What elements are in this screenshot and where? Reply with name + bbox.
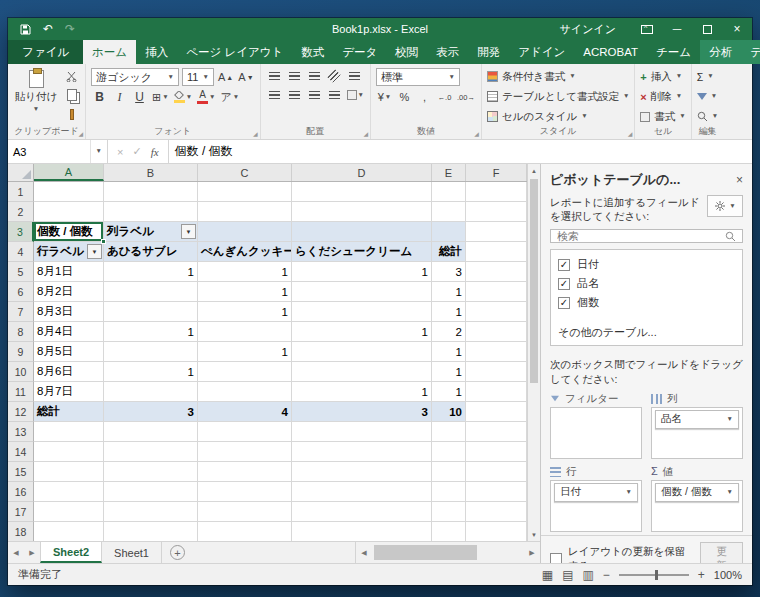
cell-C13[interactable] (198, 422, 292, 442)
cell-B9[interactable] (104, 342, 198, 362)
add-sheet-button[interactable]: + (170, 545, 185, 560)
cell-C17[interactable] (198, 502, 292, 522)
cell-C7[interactable]: 1 (198, 302, 292, 322)
cell-A13[interactable] (34, 422, 104, 442)
format-painter-button[interactable] (63, 106, 80, 122)
decrease-font-size-button[interactable]: A▼ (237, 69, 254, 85)
field-checkbox-品名[interactable]: ✓ (558, 278, 570, 290)
insert-cells-button[interactable]: +挿入▼ (640, 68, 685, 85)
ribbon-tab-page-layout[interactable]: ページ レイアウト (177, 40, 292, 64)
cell-F12[interactable] (466, 402, 527, 422)
cell-F7[interactable] (466, 302, 527, 322)
cell-D10[interactable] (292, 362, 432, 382)
cell-D18[interactable] (292, 522, 432, 541)
copy-button[interactable] (63, 87, 80, 103)
area-item-日付[interactable]: 日付▼ (554, 483, 638, 502)
cell-E12[interactable]: 10 (432, 402, 466, 422)
cell-B4[interactable]: あひるサブレ (104, 242, 198, 262)
cell-E16[interactable] (432, 482, 466, 502)
select-all-corner[interactable] (8, 164, 34, 181)
cell-E18[interactable] (432, 522, 466, 541)
cell-A10[interactable]: 8月6日 (34, 362, 104, 382)
orientation-button[interactable] (326, 68, 343, 84)
row-header-8[interactable]: 8 (8, 322, 34, 342)
cell-D15[interactable] (292, 462, 432, 482)
pane-tools-button[interactable]: ▼ (707, 195, 743, 217)
font-name-select[interactable]: 游ゴシック▼ (91, 68, 179, 86)
row-header-11[interactable]: 11 (8, 382, 34, 402)
cell-F6[interactable] (466, 282, 527, 302)
hscroll-track[interactable] (372, 542, 524, 563)
cell-B11[interactable] (104, 382, 198, 402)
maximize-button[interactable] (692, 18, 722, 40)
scroll-up-button[interactable]: ▲ (528, 164, 540, 177)
vscroll-track[interactable] (528, 177, 540, 528)
cell-F14[interactable] (466, 442, 527, 462)
formula-input[interactable]: 個数 / 個数 (169, 140, 752, 163)
cell-C2[interactable] (198, 202, 292, 222)
ribbon-tab-view[interactable]: 表示 (427, 40, 468, 64)
ribbon-tab-review[interactable]: 校閲 (386, 40, 427, 64)
cell-C3[interactable] (198, 222, 292, 242)
normal-view-button[interactable]: ▦ (542, 569, 553, 581)
phonetic-guide-button[interactable]: ア▼ (220, 89, 241, 105)
styles-dialog-launcher-icon[interactable]: ◢ (628, 130, 633, 137)
increase-decimal-button[interactable]: ←.0 (436, 89, 453, 105)
cell-E6[interactable]: 1 (432, 282, 466, 302)
font-dialog-launcher-icon[interactable]: ◢ (253, 130, 258, 137)
cell-D5[interactable]: 1 (292, 262, 432, 282)
cell-E15[interactable] (432, 462, 466, 482)
cell-C16[interactable] (198, 482, 292, 502)
cell-B2[interactable] (104, 202, 198, 222)
cell-F18[interactable] (466, 522, 527, 541)
field-checkbox-個数[interactable]: ✓ (558, 297, 570, 309)
cell-A16[interactable] (34, 482, 104, 502)
bold-button[interactable]: B (91, 89, 108, 105)
area-box-filters[interactable] (550, 407, 642, 459)
format-cells-button[interactable]: 書式▼ (640, 108, 685, 125)
ribbon-tab-analyze[interactable]: 分析 (700, 40, 741, 64)
undo-button[interactable]: ↶ (43, 23, 53, 35)
row-header-7[interactable]: 7 (8, 302, 34, 322)
cell-C12[interactable]: 4 (198, 402, 292, 422)
cell-A6[interactable]: 8月2日 (34, 282, 104, 302)
area-item-品名[interactable]: 品名▼ (655, 410, 739, 429)
field-item-品名[interactable]: ✓品名 (558, 274, 735, 293)
fill-handle[interactable] (101, 239, 106, 244)
row-header-4[interactable]: 4 (8, 242, 34, 262)
cell-D4[interactable]: らくだシュークリーム (292, 242, 432, 262)
ribbon-tab-data[interactable]: データ (333, 40, 386, 64)
cell-A2[interactable] (34, 202, 104, 222)
cell-A4-filter-button[interactable]: ▼ (87, 244, 102, 259)
save-icon[interactable] (20, 24, 31, 35)
sign-in-button[interactable]: サインイン (544, 22, 632, 37)
cell-D12[interactable]: 3 (292, 402, 432, 422)
number-dialog-launcher-icon[interactable]: ◢ (474, 130, 479, 137)
align-bottom-button[interactable] (306, 68, 323, 84)
ribbon-tab-file[interactable]: ファイル (8, 40, 83, 64)
row-header-15[interactable]: 15 (8, 462, 34, 482)
currency-format-button[interactable]: ¥▼ (376, 89, 393, 105)
conditional-formatting-button[interactable]: 条件付き書式▼ (487, 68, 629, 85)
column-header-F[interactable]: F (466, 164, 527, 181)
close-button[interactable]: × (722, 18, 752, 40)
cell-F1[interactable] (466, 182, 527, 202)
cell-B14[interactable] (104, 442, 198, 462)
cell-E14[interactable] (432, 442, 466, 462)
sheet-nav-left-button[interactable]: ◀ (8, 542, 24, 563)
insert-function-button[interactable]: fx (151, 146, 159, 158)
cell-E8[interactable]: 2 (432, 322, 466, 342)
cell-E2[interactable] (432, 202, 466, 222)
cell-B13[interactable] (104, 422, 198, 442)
cell-E9[interactable]: 1 (432, 342, 466, 362)
cell-F5[interactable] (466, 262, 527, 282)
cell-D1[interactable] (292, 182, 432, 202)
cell-B10[interactable]: 1 (104, 362, 198, 382)
borders-button[interactable]: ⊞▼ (151, 89, 170, 105)
cell-C11[interactable] (198, 382, 292, 402)
column-header-D[interactable]: D (292, 164, 432, 181)
row-header-17[interactable]: 17 (8, 502, 34, 522)
cut-button[interactable] (63, 68, 80, 84)
decrease-indent-button[interactable] (326, 87, 343, 103)
cell-A1[interactable] (34, 182, 104, 202)
